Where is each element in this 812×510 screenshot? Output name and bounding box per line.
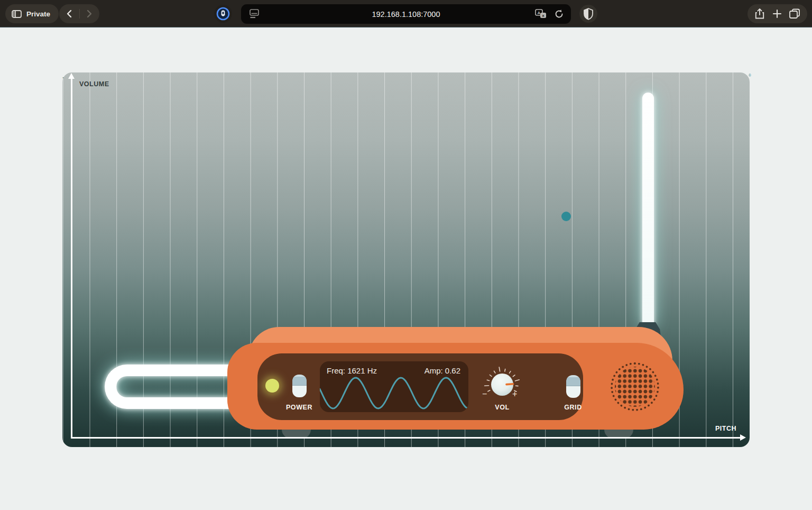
onepassword-icon[interactable] [214,5,232,23]
speaker-grille [611,362,659,411]
volume-axis-arrow [68,73,75,79]
reload-icon[interactable] [554,9,564,19]
vol-label: VOL [476,404,529,411]
speaker-holes [615,367,655,407]
power-label: POWER [273,404,326,411]
volume-axis-line [71,78,72,439]
browser-toolbar: Private 192.168.1.108:7000 [0,0,812,28]
theremin-device: POWER Freq: 1621 Hz Amp: 0.62 [227,321,684,447]
tabs-icon[interactable] [789,8,800,19]
safari-window: Private 192.168.1.108:7000 [0,0,812,510]
back-icon[interactable] [66,9,73,19]
nav-buttons [59,4,99,23]
translate-icon[interactable]: A x [535,9,547,19]
sine-wave [320,361,468,412]
led-indicator [265,379,279,393]
knob-plus-sign: + [512,389,517,399]
svg-text:®: ® [749,74,751,77]
hand-position-dot[interactable] [561,212,571,221]
address-bar[interactable]: 192.168.1.108:7000 A x [241,4,571,24]
pitch-rod-antenna [642,93,654,325]
forward-icon[interactable] [86,9,93,19]
grid-label: GRID [547,404,599,411]
sidebar-private-group[interactable]: Private [5,4,59,23]
theremin-stage[interactable]: POWER Freq: 1621 Hz Amp: 0.62 [62,72,750,447]
pitch-axis-label: PITCH [715,425,736,432]
control-panel: POWER Freq: 1621 Hz Amp: 0.62 [257,353,583,420]
svg-text:x: x [542,13,545,18]
volume-axis-label: VOLUME [79,80,109,88]
url-text[interactable]: 192.168.1.108:7000 [241,10,571,19]
grid-toggle[interactable] [566,375,580,398]
window-actions-group [748,4,807,23]
pitch-axis-line [71,437,741,439]
volume-knob[interactable] [481,365,523,407]
oscilloscope-display: Freq: 1621 Hz Amp: 0.62 [320,361,468,412]
private-badge-label: Private [26,10,50,18]
knob-minus-sign: − [482,389,487,399]
svg-text:A: A [538,11,541,15]
nav-divider [79,9,80,19]
pitch-axis-arrow [740,434,746,441]
sidebar-icon[interactable] [12,10,22,18]
new-tab-icon[interactable] [772,9,782,19]
power-toggle[interactable] [292,375,307,397]
web-page: Theremin simulator ® [0,28,812,510]
shield-icon[interactable] [579,5,597,23]
volume-loop-antenna [105,365,238,409]
share-icon[interactable] [754,8,765,20]
